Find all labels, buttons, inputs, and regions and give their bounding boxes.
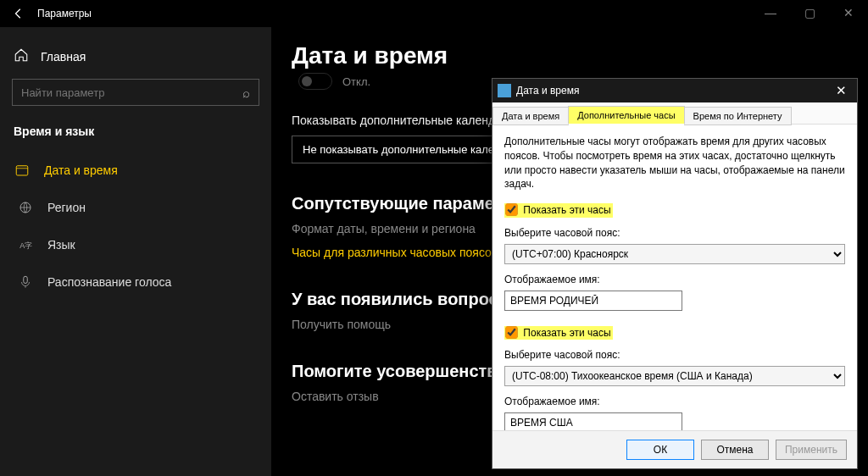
clock2-tz-label: Выберите часовой пояс: — [504, 348, 845, 363]
toggle-switch[interactable] — [298, 73, 332, 90]
clock2-name-input[interactable] — [504, 412, 682, 430]
clock1-name-input[interactable] — [504, 291, 682, 311]
clock2-name-label: Отображаемое имя: — [504, 395, 845, 409]
cancel-button[interactable]: Отмена — [701, 440, 769, 460]
search-box[interactable]: ⌕ — [12, 79, 259, 106]
clock1-tz-label: Выберите часовой пояс: — [504, 226, 845, 241]
microphone-icon — [17, 274, 34, 291]
language-icon: A字 — [17, 236, 34, 253]
sidebar-category: Время и язык — [0, 118, 271, 152]
svg-text:A字: A字 — [19, 241, 32, 250]
sidebar-item-label: Регион — [47, 201, 86, 214]
sidebar-item-date-time[interactable]: Дата и время — [0, 152, 271, 189]
sidebar-item-label: Язык — [47, 238, 75, 252]
sidebar-item-language[interactable]: A字 Язык — [0, 226, 271, 263]
apply-button[interactable]: Применить — [776, 440, 847, 460]
sidebar-item-label: Дата и время — [44, 163, 118, 177]
clock2-show-row[interactable]: Показать эти часы — [504, 326, 613, 340]
window-buttons: — ▢ ✕ — [751, 0, 868, 25]
minimize-button[interactable]: — — [751, 0, 790, 25]
clock1-show-row[interactable]: Показать эти часы — [504, 203, 613, 218]
dialog-intro: Дополнительные часы могут отображать вре… — [504, 135, 845, 191]
sidebar-item-label: Распознавание голоса — [47, 275, 171, 289]
dialog-title: Дата и время — [516, 85, 579, 97]
dialog-close-button[interactable]: ✕ — [831, 83, 852, 98]
home-icon — [14, 47, 29, 65]
search-input[interactable] — [21, 86, 242, 99]
sidebar-item-region[interactable]: Регион — [0, 189, 271, 226]
date-time-dialog: Дата и время ✕ Дата и время Дополнительн… — [492, 78, 858, 469]
sidebar-item-speech[interactable]: Распознавание голоса — [0, 263, 271, 301]
clock2-show-label: Показать эти часы — [523, 327, 610, 339]
tab-additional-clocks[interactable]: Дополнительные часы — [568, 106, 684, 125]
svg-rect-3 — [24, 276, 28, 283]
back-arrow-icon — [13, 8, 25, 19]
dialog-icon — [498, 84, 511, 97]
toggle-label: Откл. — [342, 75, 370, 88]
calendar-clock-icon — [14, 162, 31, 179]
titlebar: Параметры — [0, 0, 868, 27]
window-title: Параметры — [31, 8, 92, 19]
clock1-tz-select[interactable]: (UTC+07:00) Красноярск — [504, 244, 845, 264]
maximize-button[interactable]: ▢ — [790, 0, 829, 25]
search-icon: ⌕ — [242, 86, 250, 100]
tab-datetime[interactable]: Дата и время — [492, 107, 569, 125]
close-button[interactable]: ✕ — [829, 0, 868, 25]
clock2-tz-select[interactable]: (UTC-08:00) Тихоокеанское время (США и К… — [504, 366, 845, 386]
ok-button[interactable]: ОК — [626, 440, 694, 460]
dialog-titlebar: Дата и время ✕ — [492, 79, 857, 102]
clock1-show-label: Показать эти часы — [523, 204, 610, 216]
sidebar-home-label: Главная — [41, 50, 86, 64]
page-title: Дата и время — [292, 42, 848, 69]
clock1-checkbox[interactable] — [505, 204, 517, 216]
clock1-name-label: Отображаемое имя: — [504, 273, 845, 287]
tab-internet-time[interactable]: Время по Интернету — [684, 107, 792, 125]
svg-rect-0 — [16, 166, 28, 175]
sidebar: Главная ⌕ Время и язык Дата и время Реги… — [0, 27, 271, 476]
dialog-button-row: ОК Отмена Применить — [492, 430, 857, 468]
dialog-body: Дополнительные часы могут отображать вре… — [492, 125, 857, 430]
dialog-tabs: Дата и время Дополнительные часы Время п… — [492, 102, 857, 125]
sidebar-home[interactable]: Главная — [0, 41, 271, 72]
globe-icon — [17, 199, 34, 216]
back-button[interactable] — [7, 2, 31, 25]
clock2-checkbox[interactable] — [505, 326, 517, 338]
